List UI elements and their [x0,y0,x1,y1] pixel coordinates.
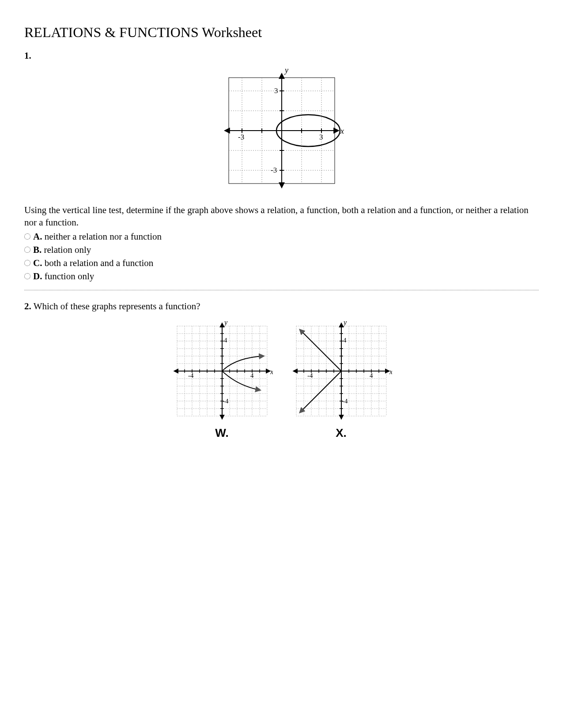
x-axis-label: x [389,368,392,375]
choice-text: function only [45,271,94,281]
svg-line-112 [300,330,341,371]
radio-icon [24,273,30,279]
tick-neg-x: -4 [307,372,313,379]
page-title: RELATIONS & FUNCTIONS Worksheet [24,24,539,41]
tick-neg-x: -4 [188,372,194,379]
tick-neg-y: -3 [271,166,277,174]
radio-icon [24,247,30,253]
choice-text: relation only [44,244,91,255]
y-axis-label: y [284,67,288,75]
tick-neg-y: -4 [342,398,348,405]
q1-text: Using the vertical line test, determine … [24,204,539,229]
choice-text: neither a relation nor a function [45,231,162,242]
q1-choice-a[interactable]: A. neither a relation nor a function [24,231,539,242]
tick-pos-x: 4 [250,372,254,379]
radio-icon [24,233,30,240]
q2-line: 2. Which of these graphs represents a fu… [24,300,539,312]
x-axis-label: x [270,368,273,375]
tick-pos-y: 4 [343,337,347,344]
graph-x-label: X. [291,426,392,440]
q2-graph-x-block: y x -4 4 4 -4 X. [291,320,392,440]
x-axis-label: x [340,127,344,135]
q1-choice-c[interactable]: C. both a relation and a function [24,258,539,269]
tick-pos-x: 4 [370,372,373,379]
q1-graph: y x -3 3 3 -3 [218,67,346,197]
q1-number: 1. [24,50,539,61]
choice-label: A. [33,231,42,242]
q2-number: 2. [24,301,31,311]
choice-label: B. [33,244,42,255]
tick-pos-y: 4 [224,337,227,344]
tick-neg-y: -4 [223,398,229,405]
choice-text: both a relation and a function [45,258,154,268]
choice-label: D. [33,271,42,281]
q1-choice-b[interactable]: B. relation only [24,244,539,255]
q2-text: Which of these graphs represents a funct… [34,301,200,311]
svg-line-113 [300,371,341,412]
y-axis-label: y [223,320,228,326]
tick-pos-x: 3 [319,133,323,141]
divider [24,290,539,290]
q2-graph-w-block: y x -4 4 4 -4 W. [171,320,273,440]
radio-icon [24,260,30,266]
y-axis-label: y [343,320,347,326]
q2-graph-w: y x -4 4 4 -4 [171,320,273,422]
tick-neg-x: -3 [238,133,244,141]
choice-label: C. [33,258,42,268]
tick-pos-y: 3 [274,86,278,95]
q2-graph-x: y x -4 4 4 -4 [291,320,392,422]
q1-choice-d[interactable]: D. function only [24,271,539,282]
graph-w-label: W. [171,426,273,440]
